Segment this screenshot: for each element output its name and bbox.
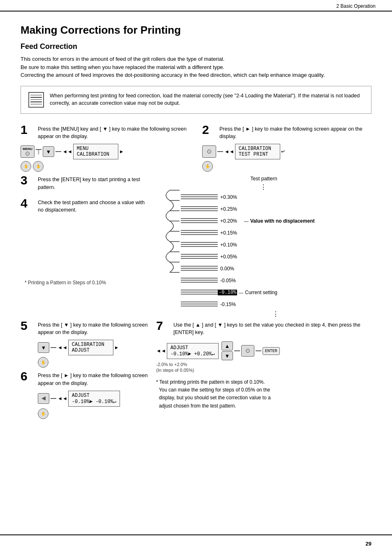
pattern-lines-n005 <box>181 277 218 283</box>
step-2-number: 2 <box>202 124 217 136</box>
step-5-lcd-line1: CALIBRATION <box>72 342 110 348</box>
page-title: Making Corrections for Printing <box>21 24 371 37</box>
step-6-lcd-line2: -0.10%► -0.10%↵ <box>72 398 116 405</box>
step-6-device: ◄◄ ADJUST -0.10%► -0.10%↵ <box>38 391 148 407</box>
step-6-content: Press the [ ► ] key to make the followin… <box>38 372 148 419</box>
step-2-lcd-line2: TEST PRINT <box>239 152 277 157</box>
step-7-number: 7 <box>156 320 171 332</box>
pattern-item-n005: -0.05% <box>181 277 371 284</box>
steps-3-4-pattern-row: 3 Press the [ENTER] key to start printin… <box>21 176 371 317</box>
bottom-note-line3: display, but you should set the correcti… <box>156 394 371 402</box>
note-icon <box>28 92 44 108</box>
pattern-label-n015: -0.15% <box>220 302 242 307</box>
step-1-device: MENU ║ ▼ <box>21 144 190 159</box>
wavy-pattern-decoration <box>158 188 181 280</box>
note-text: When performing test printing for feed c… <box>50 92 364 108</box>
footer-divider <box>0 534 392 535</box>
pattern-lines-005 <box>181 253 218 259</box>
step-7-device: ◄◄ ADJUST -0.10%► +0.20%↵ ▲ ▼ <box>156 341 371 360</box>
step-5-block: 5 Press the [ ▼ ] key to make the follow… <box>21 321 148 368</box>
test-pattern-title: Test pattern <box>156 176 371 182</box>
intro-line-2: Be sure to make this setting when you ha… <box>21 63 371 71</box>
bottom-note-line1: * Test printing prints the pattern in st… <box>156 378 371 386</box>
enter-button[interactable]: ENTER <box>263 347 280 355</box>
bottom-note: * Test printing prints the pattern in st… <box>156 378 371 410</box>
step-6-desc: Press the [ ► ] key to make the followin… <box>38 372 148 387</box>
step-2-lcd: CALIBRATION TEST PRINT <box>235 144 280 159</box>
pattern-items: +0.30% +0.25% <box>181 192 371 310</box>
step-1-number: 1 <box>21 124 35 136</box>
step-1-lcd-line1: MENU <box>77 146 115 152</box>
pattern-item-020: +0.20% — Value with no displacement <box>181 218 371 225</box>
step-2-block: 2 Press the [ ► ] key to make the follow… <box>202 125 371 172</box>
step-4-desc: Check the test pattern and choose a valu… <box>38 199 148 214</box>
step-5-content: Press the [ ▼ ] key to make the followin… <box>38 321 148 368</box>
pattern-step-note: * Printing a Pattern in Steps of 0.10% <box>25 280 148 286</box>
pattern-item-005: +0.05% <box>181 253 371 260</box>
step-7-desc: Use the [ ▲ ] and [ ▼ ] keys to set the … <box>173 321 371 337</box>
page-container: 2 Basic Operation Making Corrections for… <box>0 0 392 555</box>
pattern-lines-025 <box>181 206 218 212</box>
pattern-item-025: +0.25% <box>181 206 371 213</box>
step-1-block: 1 Press the [MENU] key and [ ▼ ] key to … <box>21 125 190 172</box>
main-content: Making Corrections for Printing Feed Cor… <box>0 12 392 440</box>
pattern-lines-000 <box>181 265 218 271</box>
step-3-number: 3 <box>21 174 35 187</box>
pattern-label-000: 0.00% <box>220 266 242 272</box>
step-1-lcd-line2: CALIBRATION <box>77 152 115 157</box>
steps-5-6-col: 5 Press the [ ▼ ] key to make the follow… <box>21 321 148 419</box>
page-number: 29 <box>366 541 371 547</box>
step-2-desc: Press the [ ► ] key to make the followin… <box>219 125 371 141</box>
steps-section: 1 Press the [MENU] key and [ ▼ ] key to … <box>21 125 371 419</box>
step-7-lcd-line2: -0.10%► +0.20%↵ <box>171 351 215 357</box>
header-text: 2 Basic Operation <box>337 3 376 9</box>
steps-3-4-col: 3 Press the [ENTER] key to start printin… <box>21 176 148 317</box>
pattern-item-030: +0.30% <box>181 194 371 201</box>
step-7-lcd: ADJUST -0.10%► +0.20%↵ <box>167 343 219 359</box>
step-2-device: ◄◄ CALIBRATION TEST PRINT ↵ <box>202 144 371 159</box>
pattern-lines-015 <box>181 230 218 235</box>
pattern-item-n015: -0.15% <box>181 301 371 308</box>
step-6-number: 6 <box>21 370 35 382</box>
pattern-item-n010: -0.10% — Current setting <box>181 289 371 296</box>
test-pattern-diagram: Test pattern ⋮ <box>156 176 371 317</box>
intro-text: This corrects for errors in the amount o… <box>21 55 371 79</box>
pattern-label-005: +0.05% <box>220 254 242 260</box>
pattern-lines-n015 <box>181 301 218 307</box>
step-2-lcd-line1: CALIBRATION <box>239 146 277 152</box>
step-7-lcd-line1: ADJUST <box>171 345 215 351</box>
pattern-lines-020 <box>181 218 218 223</box>
step-5-desc: Press the [ ▼ ] key to make the followin… <box>38 321 148 337</box>
step-5-device: ▼ ◄◄ CALIBRATION ADJUST ► <box>38 340 148 355</box>
step-1-lcd: MENU CALIBRATION <box>73 144 118 159</box>
step-6-block: 6 Press the [ ► ] key to make the follow… <box>21 372 148 419</box>
pattern-item-000: 0.00% <box>181 265 371 272</box>
step-4-number: 4 <box>21 197 35 210</box>
note-box: When performing test printing for feed c… <box>21 86 371 114</box>
step-5-number: 5 <box>21 320 35 332</box>
step-7-device-area: ◄◄ ADJUST -0.10%► +0.20%↵ ▲ ▼ <box>156 341 371 373</box>
step-4-block: 4 Check the test pattern and choose a va… <box>21 199 148 214</box>
step-5-lcd-line2: ADJUST <box>72 348 110 353</box>
step-7-range: -2.0% to +2.0% <box>156 362 371 367</box>
section-title: Feed Correction <box>21 42 371 51</box>
step-1-desc: Press the [MENU] key and [ ▼ ] key to ma… <box>38 125 190 141</box>
step-7-block: 7 Use the [ ▲ ] and [ ▼ ] keys to set th… <box>156 321 371 419</box>
step-6-lcd: ADJUST -0.10%► -0.10%↵ <box>68 391 120 407</box>
bottom-note-line4: adjust chosen from the test pattern. <box>156 402 371 410</box>
pattern-label-020: +0.20% <box>220 218 242 224</box>
pattern-label-010: +0.10% <box>220 242 242 248</box>
step-3-desc: Press the [ENTER] key to start printing … <box>38 176 148 191</box>
pattern-lines-030 <box>181 194 218 200</box>
step-7-range2: (In steps of 0.05%) <box>156 368 371 373</box>
pattern-item-015: +0.15% <box>181 230 371 237</box>
svg-marker-39 <box>42 396 46 401</box>
pattern-current-setting: Current setting <box>245 290 277 295</box>
step-5-lcd: CALIBRATION ADJUST <box>68 340 113 355</box>
pattern-annotation-020: Value with no displacement <box>250 218 315 224</box>
step-6-lcd-line1: ADJUST <box>72 393 116 398</box>
bottom-note-line2: You can make the setting for steps of 0.… <box>156 386 371 394</box>
intro-line-1: This corrects for errors in the amount o… <box>21 55 371 63</box>
pattern-label-015: +0.15% <box>220 230 242 236</box>
pattern-label-n005: -0.05% <box>220 278 242 283</box>
